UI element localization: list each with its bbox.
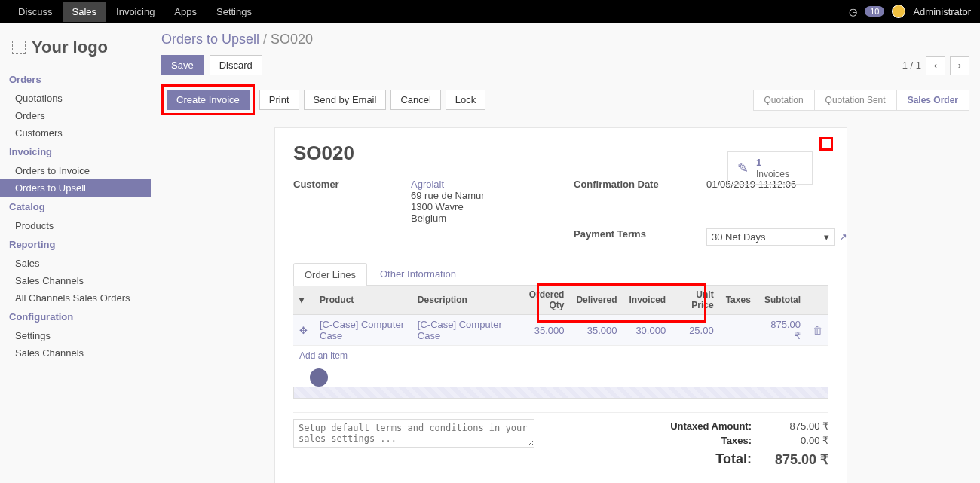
sidebar-item-orders-to-upsell[interactable]: Orders to Upsell	[0, 179, 151, 197]
sidebar-item-settings[interactable]: Settings	[0, 327, 151, 344]
col-delivered[interactable]: Delivered	[570, 286, 623, 315]
main: Orders to Upsell / SO020 Save Discard 1 …	[151, 23, 980, 483]
col-taxes[interactable]: Taxes	[720, 286, 757, 315]
sidebar-item-sales-channels[interactable]: Sales Channels	[0, 344, 151, 362]
order-lines-table: ▾ Product Description Ordered Qty Delive…	[293, 286, 828, 346]
untaxed-value: 875.00	[790, 420, 820, 432]
drop-icon	[310, 368, 328, 387]
sidebar-item-sales-channels[interactable]: Sales Channels	[0, 272, 151, 289]
discard-button[interactable]: Discard	[210, 55, 262, 75]
cell-delivered[interactable]: 35.000	[570, 315, 623, 346]
topbar: DiscussSalesInvoicingAppsSettings ◷ 10 A…	[0, 0, 980, 23]
sidebar-section-orders: Orders	[0, 69, 151, 90]
chevron-down-icon: ▾	[824, 231, 829, 243]
payment-terms-select[interactable]: 30 Net Days ▾	[706, 228, 835, 246]
table-row[interactable]: ✥[C-Case] Computer Case[C-Case] Computer…	[293, 315, 828, 346]
col-description[interactable]: Description	[412, 286, 512, 315]
drop-zone[interactable]	[293, 387, 828, 399]
logo-icon	[12, 41, 26, 54]
cell-product[interactable]: [C-Case] Computer Case	[314, 315, 412, 346]
drag-icon[interactable]: ✥	[293, 315, 314, 346]
avatar[interactable]	[892, 5, 905, 18]
cell-ordered[interactable]: 35.000	[512, 315, 571, 346]
topbar-item-discuss[interactable]: Discuss	[9, 2, 62, 22]
cell-taxes[interactable]	[720, 315, 757, 346]
sidebar-section-configuration: Configuration	[0, 307, 151, 327]
pager-next[interactable]: ›	[950, 56, 969, 75]
add-item-link[interactable]: Add an item	[293, 346, 828, 365]
sidebar-item-orders[interactable]: Orders	[0, 107, 151, 124]
confirmation-label: Confirmation Date	[574, 179, 694, 190]
invoices-stat-button[interactable]: ✎ 1 Invoices	[727, 151, 813, 185]
status-step-quotation[interactable]: Quotation	[753, 90, 815, 111]
breadcrumb: Orders to Upsell / SO020	[161, 27, 969, 52]
edit-icon: ✎	[737, 160, 749, 176]
total-label: Total:	[715, 451, 752, 468]
tab-order-lines[interactable]: Order Lines	[293, 263, 367, 286]
sidebar-item-quotations[interactable]: Quotations	[0, 90, 151, 107]
col-product[interactable]: Product	[314, 286, 412, 315]
payment-terms-label: Payment Terms	[574, 228, 694, 240]
col-toggle[interactable]: ▾	[293, 286, 314, 315]
cell-subtotal: 875.00 ₹	[757, 315, 807, 346]
customer-addr3: Belgium	[411, 212, 562, 224]
logo: Your logo	[0, 32, 151, 69]
sidebar: Your logo OrdersQuotationsOrdersCustomer…	[0, 23, 151, 483]
clock-icon[interactable]: ◷	[849, 6, 857, 17]
sidebar-item-sales[interactable]: Sales	[0, 255, 151, 272]
topbar-item-apps[interactable]: Apps	[165, 2, 206, 22]
topbar-item-settings[interactable]: Settings	[207, 2, 261, 22]
topbar-item-invoicing[interactable]: Invoicing	[107, 2, 164, 22]
send-email-button[interactable]: Send by Email	[304, 90, 387, 110]
customer-name[interactable]: Agrolait	[411, 179, 562, 190]
taxes-label: Taxes:	[721, 435, 752, 446]
sidebar-item-customers[interactable]: Customers	[0, 124, 151, 142]
total-value: 875.00	[775, 452, 816, 467]
logo-text: Your logo	[32, 38, 108, 57]
customer-label: Customer	[293, 179, 399, 190]
customer-addr2: 1300 Wavre	[411, 201, 562, 212]
invoices-count: 1	[756, 157, 761, 168]
external-link-icon[interactable]: ↗	[839, 231, 847, 243]
sidebar-item-orders-to-invoice[interactable]: Orders to Invoice	[0, 162, 151, 179]
pager-text: 1 / 1	[902, 60, 921, 71]
create-invoice-button[interactable]: Create Invoice	[167, 90, 250, 110]
save-button[interactable]: Save	[161, 55, 204, 75]
sidebar-item-products[interactable]: Products	[0, 217, 151, 234]
cancel-button[interactable]: Cancel	[390, 90, 440, 110]
col-subtotal[interactable]: Subtotal	[757, 286, 807, 315]
print-button[interactable]: Print	[259, 90, 299, 110]
untaxed-label: Untaxed Amount:	[670, 420, 752, 432]
status-step-sales-order[interactable]: Sales Order	[896, 90, 969, 111]
highlight-invoices-stat: ✎ 1 Invoices	[819, 137, 833, 151]
breadcrumb-parent[interactable]: Orders to Upsell	[161, 32, 259, 47]
sidebar-section-reporting: Reporting	[0, 234, 151, 255]
user-name[interactable]: Administrator	[913, 6, 971, 17]
topbar-item-sales[interactable]: Sales	[63, 2, 106, 22]
sidebar-section-catalog: Catalog	[0, 197, 151, 217]
tab-other-information[interactable]: Other Information	[369, 262, 467, 285]
notification-badge[interactable]: 10	[865, 6, 884, 17]
cell-unit-price[interactable]: 25.00	[672, 315, 720, 346]
terms-textarea[interactable]	[293, 419, 534, 448]
trash-icon[interactable]: 🗑	[807, 315, 828, 346]
col-unit-price[interactable]: Unit Price	[672, 286, 720, 315]
invoices-label: Invoices	[756, 169, 789, 179]
customer-addr1: 69 rue de Namur	[411, 190, 562, 201]
sidebar-item-all-channels-sales-orders[interactable]: All Channels Sales Orders	[0, 289, 151, 307]
col-invoiced[interactable]: Invoiced	[623, 286, 672, 315]
col-ordered[interactable]: Ordered Qty	[512, 286, 571, 315]
pager-prev[interactable]: ‹	[926, 56, 945, 75]
cell-invoiced[interactable]: 30.000	[623, 315, 672, 346]
status-step-quotation-sent[interactable]: Quotation Sent	[814, 90, 897, 111]
sidebar-section-invoicing: Invoicing	[0, 142, 151, 162]
form-card: SO020 ✎ 1 Invoices Customer Agrolait 69 …	[274, 127, 847, 483]
lock-button[interactable]: Lock	[446, 90, 485, 110]
breadcrumb-current: SO020	[271, 32, 313, 47]
taxes-value: 0.00	[801, 435, 819, 446]
cell-description[interactable]: [C-Case] Computer Case	[412, 315, 512, 346]
highlight-create-invoice: Create Invoice	[161, 84, 255, 115]
